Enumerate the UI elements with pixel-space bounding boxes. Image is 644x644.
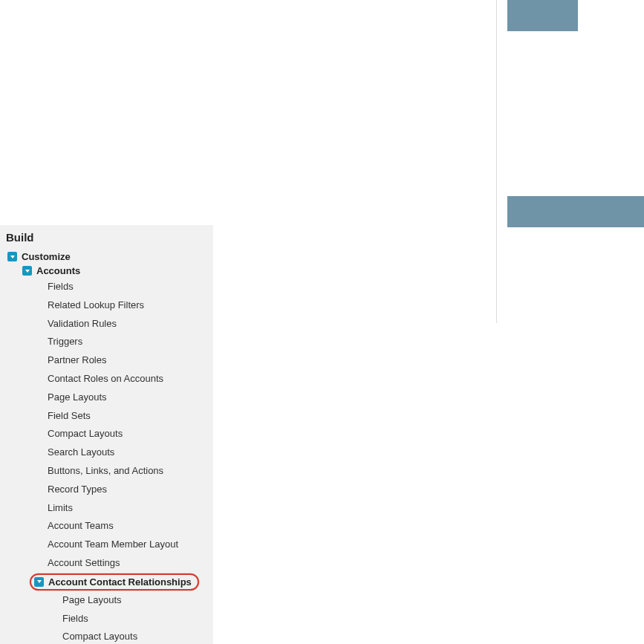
nav-label: Field Sets <box>48 409 91 424</box>
nav-label: Contact Roles on Accounts <box>48 371 163 387</box>
nav-label: Page Layouts <box>62 593 122 608</box>
nav-search-layouts[interactable]: Search Layouts <box>0 443 213 462</box>
nav-label: Fields <box>48 279 74 295</box>
expand-icon[interactable] <box>34 577 44 587</box>
nav-buttons-links-actions[interactable]: Buttons, Links, and Actions <box>0 462 213 481</box>
nav-label: Fields <box>62 611 88 627</box>
nav-label: Related Lookup Filters <box>48 298 144 313</box>
nav-acr-page-layouts[interactable]: Page Layouts <box>0 591 213 610</box>
nav-label: Triggers <box>48 334 82 350</box>
nav-validation-rules[interactable]: Validation Rules <box>0 315 213 334</box>
nav-label: Account Teams <box>48 518 114 534</box>
tree-node-accounts[interactable]: Accounts <box>0 264 213 278</box>
nav-partner-roles[interactable]: Partner Roles <box>0 351 213 370</box>
right-divider <box>496 0 644 323</box>
nav-label: Account Team Member Layout <box>48 537 178 553</box>
nav-account-team-member-layout[interactable]: Account Team Member Layout <box>0 536 213 554</box>
nav-account-teams[interactable]: Account Teams <box>0 517 213 536</box>
accounts-label: Accounts <box>36 265 80 276</box>
nav-label: Record Types <box>48 482 107 498</box>
nav-label: Buttons, Links, and Actions <box>48 464 163 479</box>
section-header-build: Build <box>0 231 213 250</box>
expand-icon[interactable] <box>7 252 17 261</box>
nav-record-types[interactable]: Record Types <box>0 481 213 499</box>
nav-related-lookup-filters[interactable]: Related Lookup Filters <box>0 296 213 315</box>
highlight-callout: Account Contact Relationships <box>30 573 199 591</box>
acr-label: Account Contact Relationships <box>48 576 192 588</box>
nav-acr-fields[interactable]: Fields <box>0 610 213 628</box>
decorative-block-top <box>507 0 578 31</box>
tree-node-customize[interactable]: Customize <box>0 250 213 264</box>
setup-sidebar: Build Customize Accounts Fields Related … <box>0 225 213 644</box>
nav-limits[interactable]: Limits <box>0 499 213 518</box>
nav-label: Search Layouts <box>48 445 114 461</box>
nav-account-settings[interactable]: Account Settings <box>0 554 213 573</box>
tree-node-account-contact-relationships[interactable]: Account Contact Relationships <box>0 573 213 591</box>
nav-label: Compact Layouts <box>48 426 123 442</box>
expand-icon[interactable] <box>22 266 32 276</box>
nav-triggers[interactable]: Triggers <box>0 333 213 351</box>
decorative-block-bottom <box>507 196 644 227</box>
customize-label: Customize <box>22 251 71 262</box>
nav-contact-roles-on-accounts[interactable]: Contact Roles on Accounts <box>0 370 213 388</box>
nav-label: Page Layouts <box>48 390 107 406</box>
nav-field-sets[interactable]: Field Sets <box>0 407 213 426</box>
nav-label: Limits <box>48 501 73 516</box>
nav-fields[interactable]: Fields <box>0 278 213 296</box>
nav-acr-compact-layouts[interactable]: Compact Layouts <box>0 628 213 644</box>
nav-label: Partner Roles <box>48 353 106 368</box>
nav-compact-layouts[interactable]: Compact Layouts <box>0 425 213 443</box>
nav-label: Compact Layouts <box>62 629 137 644</box>
nav-label: Validation Rules <box>48 316 117 332</box>
nav-label: Account Settings <box>48 556 120 571</box>
nav-page-layouts[interactable]: Page Layouts <box>0 388 213 407</box>
